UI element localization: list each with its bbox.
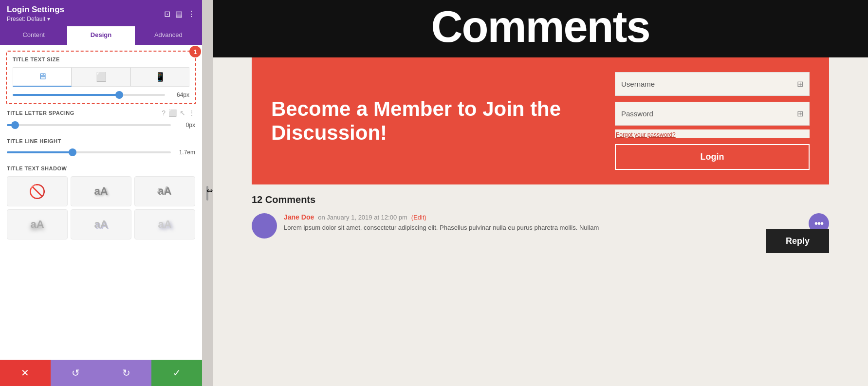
forgot-password-link[interactable]: Forgot your password?: [615, 129, 810, 138]
login-form-area: Username ⊞ Password ⊞ Forgot your passwo…: [615, 72, 810, 170]
line-height-slider-track: [7, 151, 171, 153]
title-text-size-section: 1 Title Text Size 🖥 ⬜ 📱 64px: [6, 51, 196, 104]
login-promo: Become a Member to Join the Discussion!: [271, 97, 595, 145]
comments-hero: Comments: [213, 0, 868, 57]
tab-content[interactable]: Content: [0, 26, 67, 45]
undo-button[interactable]: ↺: [51, 360, 101, 386]
more-options-icon[interactable]: ⋮: [187, 9, 195, 18]
device-icon[interactable]: ⬜: [168, 109, 177, 117]
comment-author[interactable]: Jane Doe: [284, 213, 314, 221]
comments-section: 12 Comments Jane Doe on January 1, 2019 …: [213, 184, 868, 386]
reply-button[interactable]: Reply: [766, 229, 829, 253]
shadow-text-1: aA: [94, 185, 108, 198]
more-icon[interactable]: ⋮: [188, 109, 195, 117]
comments-count: 12 Comments: [252, 194, 829, 205]
shadow-text-4: aA: [94, 218, 108, 231]
comment-date: on January 1, 2019 at 12:00 pm: [318, 214, 407, 221]
username-icon: ⊞: [797, 79, 803, 89]
letter-spacing-slider-thumb[interactable]: [11, 121, 19, 129]
password-input[interactable]: Password ⊞: [615, 102, 810, 126]
shadow-text-2: aA: [158, 185, 171, 198]
panel-tabs: Content Design Advanced: [0, 26, 202, 45]
letter-spacing-header: Title Letter Spacing ? ⬜ ↖ ⋮: [7, 109, 195, 117]
right-area: Comments Become a Member to Join the Dis…: [213, 0, 868, 386]
comment-item: Jane Doe on January 1, 2019 at 12:00 pm …: [252, 213, 829, 239]
shadow-grid: 🚫 aA aA aA aA aA: [7, 176, 195, 239]
panel-title-area: Login Settings Preset: Default ▾: [7, 5, 164, 22]
panel-header-icons: ⊡ ▤ ⋮: [164, 9, 195, 18]
title-line-height-section: Title Line Height 1.7em: [0, 133, 202, 161]
username-placeholder: Username: [621, 80, 655, 88]
panel-content: 1 Title Text Size 🖥 ⬜ 📱 64px Title Lette…: [0, 45, 202, 360]
shadow-option-5[interactable]: aA: [134, 209, 195, 239]
comment-body: Jane Doe on January 1, 2019 at 12:00 pm …: [284, 213, 802, 233]
layout-icon[interactable]: ▤: [175, 9, 183, 18]
title-text-size-label: Title Text Size: [13, 56, 189, 62]
text-size-slider-fill: [13, 94, 119, 96]
cancel-button[interactable]: ✕: [0, 360, 51, 386]
shadow-option-1[interactable]: aA: [71, 176, 131, 206]
shadow-text-5: aA: [158, 218, 171, 231]
save-button[interactable]: ✓: [151, 360, 202, 386]
device-icons: 🖥 ⬜ 📱: [13, 67, 189, 87]
title-text-shadow-section: Title Text Shadow 🚫 aA aA aA aA a: [0, 161, 202, 244]
resize-handle-inner: ⇔: [206, 186, 208, 201]
resize-handle[interactable]: ⇔: [202, 0, 213, 386]
comments-hero-title: Comments: [431, 2, 649, 51]
line-height-label: Title Line Height: [7, 138, 195, 144]
desktop-icon-btn[interactable]: 🖥: [13, 67, 72, 87]
shadow-option-none[interactable]: 🚫: [7, 176, 68, 206]
password-icon: ⊞: [797, 109, 803, 118]
expand-icon[interactable]: ⊡: [164, 9, 170, 18]
panel-bottom: ✕ ↺ ↻ ✓: [0, 360, 202, 386]
text-size-slider-row: 64px: [13, 92, 189, 98]
shadow-option-4[interactable]: aA: [71, 209, 131, 239]
left-panel: Login Settings Preset: Default ▾ ⊡ ▤ ⋮ C…: [0, 0, 202, 386]
shadow-text-3: aA: [30, 218, 44, 231]
text-size-slider-thumb[interactable]: [115, 91, 123, 99]
shadow-option-3[interactable]: aA: [7, 209, 68, 239]
redo-button[interactable]: ↻: [101, 360, 152, 386]
line-height-slider-thumb[interactable]: [69, 148, 76, 156]
username-input[interactable]: Username ⊞: [615, 72, 810, 96]
comment-author-row: Jane Doe on January 1, 2019 at 12:00 pm …: [284, 213, 802, 221]
panel-title: Login Settings: [7, 5, 164, 15]
panel-header: Login Settings Preset: Default ▾ ⊡ ▤ ⋮: [0, 0, 202, 26]
text-shadow-label: Title Text Shadow: [7, 165, 195, 171]
password-placeholder: Password: [621, 110, 653, 118]
comment-text: Lorem ipsum dolor sit amet, consectetur …: [284, 223, 802, 233]
tab-advanced[interactable]: Advanced: [135, 26, 202, 45]
mobile-icon-btn[interactable]: 📱: [130, 67, 189, 87]
comment-edit[interactable]: (Edit): [411, 214, 426, 221]
letter-spacing-slider-track: [7, 124, 171, 126]
text-size-slider-track: [13, 94, 165, 96]
letter-spacing-label: Title Letter Spacing: [7, 110, 159, 116]
panel-preset[interactable]: Preset: Default ▾: [7, 16, 164, 22]
letter-spacing-slider-row: 0px: [7, 122, 195, 129]
tab-design[interactable]: Design: [67, 26, 134, 45]
no-shadow-icon: 🚫: [29, 184, 46, 200]
line-height-value: 1.7em: [176, 149, 195, 156]
help-icon[interactable]: ?: [162, 109, 166, 117]
shadow-option-2[interactable]: aA: [134, 176, 195, 206]
login-button[interactable]: Login: [615, 144, 810, 170]
title-letter-spacing-section: Title Letter Spacing ? ⬜ ↖ ⋮ 0px: [0, 104, 202, 133]
text-size-value: 64px: [170, 92, 189, 98]
cursor-icon[interactable]: ↖: [180, 109, 185, 117]
badge-1: 1: [189, 46, 201, 57]
tablet-icon-btn[interactable]: ⬜: [72, 67, 130, 87]
login-section: Become a Member to Join the Discussion! …: [252, 57, 829, 184]
line-height-slider-fill: [7, 151, 73, 153]
letter-spacing-value: 0px: [176, 122, 195, 129]
line-height-slider-row: 1.7em: [7, 149, 195, 156]
avatar: [252, 213, 277, 239]
